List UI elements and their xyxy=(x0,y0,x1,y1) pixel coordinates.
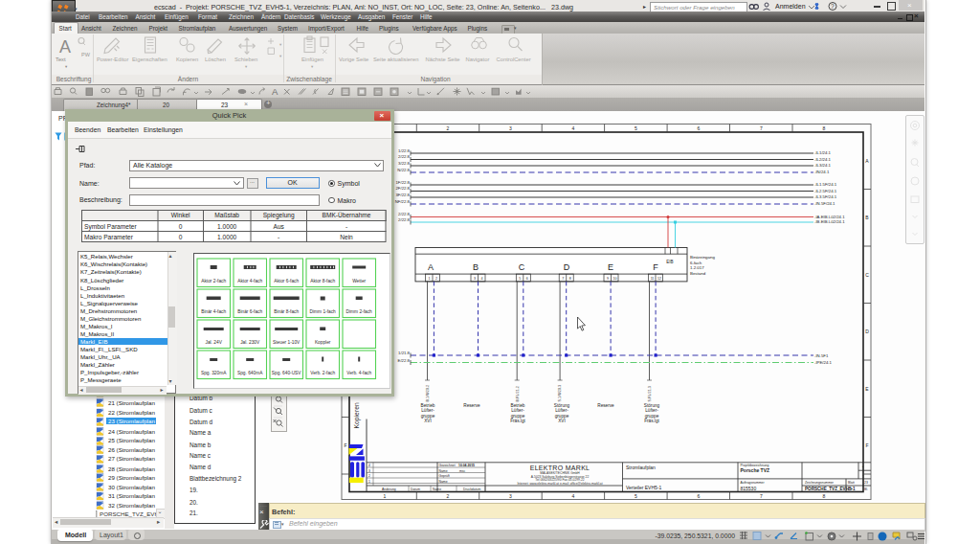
svg-text:0: 0 xyxy=(179,223,183,230)
svg-text:-IN.5F1: -IN.5F1 xyxy=(814,352,829,357)
svg-text:Bl.: Bl. xyxy=(864,487,868,491)
svg-text:E/22.8: E/22.8 xyxy=(398,357,411,362)
svg-text:3: 3 xyxy=(509,493,512,499)
svg-text:Dimm 2-fach: Dimm 2-fach xyxy=(346,309,373,314)
svg-text:BMK-Übernahme: BMK-Übernahme xyxy=(323,212,371,218)
svg-text:-IL3.5F/24.1: -IL3.5F/24.1 xyxy=(814,194,837,199)
svg-text:5: 5 xyxy=(519,277,521,281)
svg-text:7: 7 xyxy=(760,493,763,499)
svg-text:-IL2.5F/24.1: -IL2.5F/24.1 xyxy=(814,188,837,193)
svg-text:3: 3 xyxy=(509,125,512,131)
svg-text:-IL1/24.1: -IL1/24.1 xyxy=(814,150,832,155)
svg-text:Dimm 1-fach: Dimm 1-fach xyxy=(310,309,337,314)
svg-text:F: F xyxy=(653,261,658,271)
svg-text:0: 0 xyxy=(179,234,183,240)
svg-text:Gezeichnet: Gezeichnet xyxy=(439,464,456,467)
svg-text:10.04.2015: 10.04.2015 xyxy=(458,464,475,467)
svg-text:XVI: XVI xyxy=(558,419,566,423)
svg-text:NF/22.8: NF/22.8 xyxy=(395,198,411,203)
svg-text:Binär 4-fach: Binär 4-fach xyxy=(201,309,226,314)
svg-text:2F/22.8: 2F/22.8 xyxy=(395,186,410,191)
svg-text:8: 8 xyxy=(569,277,571,281)
svg-text:S.1/W20.3: S.1/W20.3 xyxy=(558,384,562,401)
svg-text:1.0000: 1.0000 xyxy=(217,223,237,230)
svg-text:Reserve: Reserve xyxy=(463,402,480,407)
svg-text:-IL3/24.1: -IL3/24.1 xyxy=(814,163,832,168)
svg-text:Störung: Störung xyxy=(644,402,660,407)
svg-text:B: B xyxy=(473,261,479,271)
svg-text:Maßstab: Maßstab xyxy=(214,212,239,218)
svg-text:Projektbezeichnung: Projektbezeichnung xyxy=(741,463,769,466)
svg-text:Verb. 4-fach: Verb. 4-fach xyxy=(346,371,371,375)
svg-text:6: 6 xyxy=(526,277,528,281)
svg-text:6: 6 xyxy=(698,125,701,131)
svg-text:1: 1 xyxy=(384,493,387,499)
svg-text:-IN/24.1: -IN/24.1 xyxy=(814,170,830,174)
svg-text:Name: Name xyxy=(439,479,448,483)
svg-text:1.0000: 1.0000 xyxy=(217,234,237,240)
svg-text:8: 8 xyxy=(823,125,826,131)
svg-text:Aktor 4-fach: Aktor 4-fach xyxy=(237,279,262,283)
svg-text:-: - xyxy=(345,223,347,230)
svg-text:F: F xyxy=(344,442,346,448)
svg-text:-: - xyxy=(862,472,863,476)
svg-text:B.FL/21.2: B.FL/21.2 xyxy=(516,386,520,401)
svg-text:Name: Name xyxy=(439,468,448,472)
svg-text:4: 4 xyxy=(368,464,370,467)
svg-text:Auftragsnummer: Auftragsnummer xyxy=(741,481,766,485)
svg-text:-IPE/24.1: -IPE/24.1 xyxy=(814,360,833,365)
svg-text:2: 2 xyxy=(447,125,450,131)
svg-text:Wetter: Wetter xyxy=(352,279,366,283)
svg-text:Symbol Parameter: Symbol Parameter xyxy=(84,223,137,231)
svg-text:5: 5 xyxy=(635,493,637,499)
svg-text:A: A xyxy=(272,86,278,97)
svg-text:2: 2 xyxy=(368,474,370,478)
svg-text:5: 5 xyxy=(635,125,637,131)
svg-text:ELEKTRO MARKL: ELEKTRO MARKL xyxy=(530,464,590,470)
svg-text:Lüfter-: Lüfter- xyxy=(511,408,524,413)
svg-text:Störung: Störung xyxy=(554,402,570,407)
svg-text:23: 23 xyxy=(864,481,868,485)
svg-text:Bestand: Bestand xyxy=(690,270,706,275)
svg-text:A: A xyxy=(428,262,434,272)
svg-text:Spiegelung: Spiegelung xyxy=(263,212,295,219)
svg-text:9: 9 xyxy=(607,277,609,281)
svg-text:N/22.8: N/22.8 xyxy=(397,167,410,171)
svg-text:gruppe: gruppe xyxy=(421,413,435,418)
svg-text:Verteiler EVH5-1: Verteiler EVH5-1 xyxy=(626,485,661,490)
svg-text:Aus: Aus xyxy=(274,223,285,230)
svg-text:Fräs.lgt: Fräs.lgt xyxy=(510,419,525,423)
svg-text:Betrieb: Betrieb xyxy=(421,402,435,407)
svg-text:gruppe: gruppe xyxy=(645,413,659,418)
svg-text:F: F xyxy=(865,442,868,448)
svg-text:2/22.8: 2/22.8 xyxy=(398,216,411,221)
svg-text:1F/22.8: 1F/22.8 xyxy=(395,179,410,184)
svg-text:-: - xyxy=(278,234,279,240)
svg-text:Binär 8-fach: Binär 8-fach xyxy=(274,309,299,314)
svg-text:XVI: XVI xyxy=(424,419,432,423)
svg-text:B: B xyxy=(865,215,869,220)
svg-text:D: D xyxy=(865,329,869,334)
svg-text:Lüfter-: Lüfter- xyxy=(645,408,658,413)
svg-text:2/22.8: 2/22.8 xyxy=(398,154,411,159)
svg-text:1/21.8: 1/21.8 xyxy=(398,350,411,354)
svg-text:B.1/W20.2: B.1/W20.2 xyxy=(426,384,430,401)
svg-text:gruppe: gruppe xyxy=(555,413,569,418)
svg-text:3: 3 xyxy=(368,468,370,472)
svg-text:1: 1 xyxy=(368,479,370,483)
svg-text:Koppler: Koppler xyxy=(315,340,331,345)
svg-text:7: 7 xyxy=(760,125,763,131)
svg-text:Geprüft: Geprüft xyxy=(439,474,450,478)
svg-text:815530: 815530 xyxy=(741,486,757,491)
svg-text:-IB.EIB.L02/24.1: -IB.EIB.L02/24.1 xyxy=(814,219,845,224)
svg-text:?: ? xyxy=(831,3,835,10)
svg-text:Zeichnungsnummer: Zeichnungsnummer xyxy=(805,481,835,485)
svg-text:C: C xyxy=(519,261,525,271)
svg-text:Jal. 230V: Jal. 230V xyxy=(240,340,260,345)
svg-text:D: D xyxy=(564,261,570,271)
svg-text:1/22.8: 1/22.8 xyxy=(398,147,411,152)
svg-text:Internet: www.elektro-markl.at: Internet: www.elektro-markl.at e-mail: o… xyxy=(517,481,602,485)
svg-text:10: 10 xyxy=(613,277,617,281)
svg-text:4: 4 xyxy=(481,277,483,281)
svg-text:6-fach: 6-fach xyxy=(690,260,702,264)
